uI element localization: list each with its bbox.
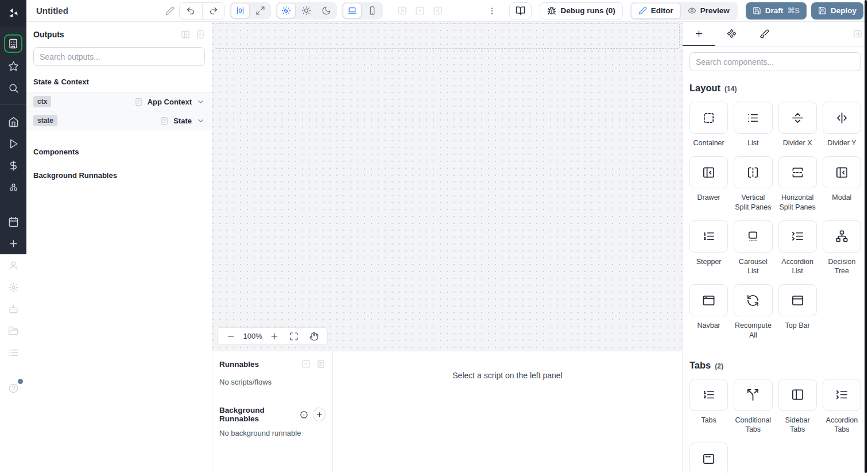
fit-width-toggle[interactable] [231,3,250,18]
components-search-input[interactable] [696,57,855,67]
sidebar-item-logs[interactable] [0,343,26,362]
document-icon[interactable] [316,359,326,369]
component-card-drawer[interactable] [689,156,728,188]
ctx-row[interactable]: ctx App Context [26,92,212,111]
component-card-accordion-list[interactable] [778,220,817,253]
document-icon[interactable] [196,30,205,39]
background-runnables-heading: Background Runnables [26,171,212,180]
fit-width-icon [235,6,245,15]
component-card-divider-y[interactable] [823,102,861,134]
tab-styling[interactable] [748,22,781,46]
component-card-tabs[interactable] [689,379,728,411]
center-column: 100% Runnables [212,22,682,473]
zoom-out-button[interactable] [223,329,238,344]
tab-preview[interactable]: Preview [681,3,737,19]
collapse-panel-icon[interactable] [181,30,190,39]
undo-redo-group [179,2,225,20]
save-icon [818,6,827,15]
app-canvas[interactable]: 100% [212,22,682,351]
zoom-in-button[interactable] [267,329,282,344]
sidebar-item-folders[interactable] [0,321,26,340]
canvas-drop-zone[interactable] [215,24,680,49]
sidebar-item-workers[interactable] [0,299,26,319]
tab-insert-component[interactable] [683,22,715,46]
theme-light-button[interactable] [297,3,316,18]
more-options-button[interactable] [486,3,498,19]
right-scrollbar[interactable] [865,0,867,473]
star-icon [8,61,19,72]
component-card-container[interactable] [689,102,728,134]
chevron-down-icon[interactable] [196,117,205,125]
info-icon[interactable] [300,410,308,419]
select-script-hint: Select a script on the left panel [452,371,562,380]
play-icon [8,138,19,149]
sidebar-item-resources[interactable] [0,177,26,197]
docs-button[interactable] [509,2,532,20]
panel-bottom-toggle-icon[interactable] [415,6,425,15]
windmill-logo[interactable] [0,0,26,26]
ctx-type-label: App Context [148,98,192,106]
expand-canvas-button[interactable] [251,3,270,18]
component-label: Navbar [697,321,720,330]
deploy-button[interactable]: Deploy [811,2,863,20]
state-row[interactable]: state State [26,111,212,130]
drawer-icon [835,166,848,179]
component-card-horizontal-split-panes[interactable] [778,156,817,188]
sidebar-item-apps-workspace[interactable] [4,34,22,53]
component-card-vertical-split-panes[interactable] [734,156,772,188]
deploy-label: Deploy [831,6,857,15]
sidebar-item-home[interactable] [0,112,26,131]
components-panel-tabs [683,22,868,46]
sidebar-item-schedules[interactable] [0,212,26,231]
fit-screen-icon [289,332,299,341]
sidebar-item-runs[interactable] [0,134,26,153]
draft-button[interactable]: Draft ⌘S [746,2,807,20]
sidebar-item-settings[interactable] [0,277,26,297]
app-window-icon [702,294,715,307]
component-card-top-bar[interactable] [778,284,817,316]
panel-left-toggle-icon[interactable] [397,6,407,15]
panel-right-toggle-icon[interactable] [433,6,443,15]
component-card-navbar[interactable] [689,284,728,316]
component-card-divider-x[interactable] [778,102,817,134]
redo-button[interactable] [202,3,224,19]
left-sidebar [0,0,26,473]
component-card-modal[interactable] [823,156,861,188]
component-label: Decision Tree [823,257,861,276]
component-card-stepper[interactable] [689,220,728,253]
device-group [342,2,383,20]
pan-mode-button[interactable] [307,329,321,344]
edit-title-pencil-icon[interactable] [165,6,175,15]
component-card-carousel-list[interactable] [734,220,772,253]
component-card-list[interactable] [734,102,772,134]
component-card-conditional-tabs[interactable] [734,379,772,411]
sidebar-item-help[interactable] [0,378,26,398]
component-card-sidebar-tabs[interactable] [778,379,817,411]
add-background-runnable-button[interactable] [313,408,326,421]
sidebar-item-search[interactable] [0,78,26,98]
undo-button[interactable] [180,3,202,19]
sidebar-item-add[interactable] [0,234,26,253]
collapse-bottom-panel-icon[interactable] [301,359,311,369]
mobile-view-button[interactable] [363,3,382,18]
component-card-invisible-tabs[interactable] [689,443,728,473]
component-item: Tabs [689,379,728,435]
fit-view-button[interactable] [286,329,301,344]
draft-shortcut: ⌘S [787,6,800,15]
theme-dark-button[interactable] [317,3,336,18]
component-diamonds-icon [727,29,737,38]
sidebar-item-variables[interactable] [0,156,26,175]
collapse-right-panel-icon[interactable] [853,29,862,38]
tab-component-settings[interactable] [715,22,748,46]
component-card-decision-tree[interactable] [823,220,861,253]
outputs-search-input[interactable] [40,52,199,61]
chevron-down-icon[interactable] [196,98,205,106]
component-card-accordion-tabs[interactable] [823,379,861,411]
debug-runs-button[interactable]: Debug runs (0) [540,2,622,20]
sidebar-item-favorites[interactable] [0,56,26,76]
theme-auto-button[interactable] [277,3,296,18]
desktop-view-button[interactable] [343,3,362,18]
sidebar-item-users[interactable] [0,255,26,275]
component-card-recompute-all[interactable] [734,284,772,316]
tab-editor[interactable]: Editor [631,3,681,19]
